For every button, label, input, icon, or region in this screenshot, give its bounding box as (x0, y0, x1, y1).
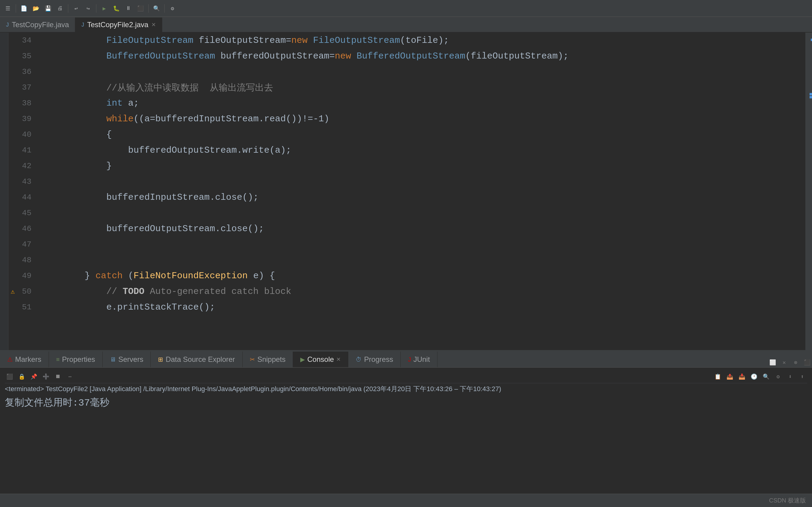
console-filter-btn[interactable]: 🔍 (761, 372, 771, 382)
toolbar-undo-icon[interactable]: ↩ (71, 3, 82, 14)
toolbar-debug-icon[interactable]: 🐛 (111, 3, 122, 14)
editor-left-gutter (0, 33, 8, 350)
console-import-btn[interactable]: 📥 (737, 372, 747, 382)
bottom-tab-markers[interactable]: ⚠ Markers (0, 351, 49, 367)
editor-tabbar: J TestCopyFile.java J TestCopyFile2.java… (0, 17, 812, 33)
bottom-tab-servers[interactable]: 🖥 Servers (103, 351, 151, 367)
markers-label: Markers (15, 355, 41, 363)
console-content: ⬛ 🔒 📌 ➕ ⏹ ⋯ 📋 📤 📥 🕐 🔍 ⚙ ⬇ ⬆ <terminated>… (0, 368, 812, 507)
line-num-42: 42 (8, 162, 39, 170)
line-num-45: 45 (8, 209, 39, 218)
toolbar-redo-icon[interactable]: ↪ (83, 3, 94, 14)
console-stop-btn[interactable]: ⏹ (53, 372, 63, 382)
code-line-50: ⚠ 50 // TODO Auto-generated catch block (8, 284, 805, 299)
toolbar-search-icon[interactable]: 🔍 (151, 3, 162, 14)
console-clear-btn[interactable]: ⬛ (5, 372, 14, 382)
editor-area: 34 FileOutputStream fileOutputStream=new… (0, 33, 812, 350)
status-bar-right-text: CSDN 极速版 (769, 496, 806, 505)
code-line-51: 51 e.printStackTrace(); (8, 299, 805, 315)
code-line-49: 49 } catch (FileNotFoundException e) { (8, 268, 805, 284)
line-content-40: { (39, 129, 805, 140)
toolbar-sep-5 (164, 4, 165, 13)
console-copy-btn[interactable]: 📋 (713, 372, 723, 382)
code-line-46: 46 bufferedOutputStream.close(); (8, 221, 805, 237)
toolbar-open-icon[interactable]: 📂 (31, 3, 41, 14)
toolbar-print-icon[interactable]: 🖨 (55, 3, 65, 14)
panel-close-btn[interactable]: ✕ (779, 357, 789, 367)
line-num-40: 40 (8, 130, 39, 139)
tab-testcopyfile2-label: TestCopyFile2.java (87, 20, 148, 29)
line-num-35: 35 (8, 52, 39, 61)
code-line-45: 45 (8, 205, 805, 221)
console-history-btn[interactable]: 🕐 (749, 372, 759, 382)
markers-icon: ⚠ (7, 356, 13, 363)
code-line-38: 38 int a; (8, 95, 805, 111)
code-line-41: 41 bufferedOutputStream.write(a); (8, 143, 805, 158)
console-new-btn[interactable]: ➕ (41, 372, 51, 382)
line-num-47: 47 (8, 240, 39, 249)
line-num-36: 36 (8, 67, 39, 76)
toolbar-run-icon[interactable]: ▶ (99, 3, 110, 14)
code-editor[interactable]: 34 FileOutputStream fileOutputStream=new… (8, 33, 805, 350)
code-line-36: 36 (8, 64, 805, 80)
panel-menu-btn[interactable]: ⊗ (791, 357, 801, 367)
console-right-icons: 📋 📤 📥 🕐 🔍 ⚙ ⬇ ⬆ (713, 372, 807, 382)
bottom-tab-progress[interactable]: ⏱ Progress (348, 351, 401, 367)
bottom-tab-properties[interactable]: ≡ Properties (49, 351, 103, 367)
bottom-tab-datasource[interactable]: ⊞ Data Source Explorer (151, 351, 242, 367)
console-tab-close-icon[interactable]: ✕ (336, 356, 341, 363)
servers-icon: 🖥 (110, 356, 116, 363)
console-icon: ▶ (300, 356, 305, 363)
code-line-37: 37 //从输入流中读取数据 从输出流写出去 (8, 80, 805, 95)
line-num-49: 49 (8, 271, 39, 280)
junit-icon: J (408, 356, 411, 363)
line-num-34: 34 (8, 36, 39, 45)
console-options-btn[interactable]: ⋯ (65, 372, 75, 382)
line-content-51: e.printStackTrace(); (39, 302, 805, 313)
line-content-35: BufferedOutputStream bufferedOutputStrea… (39, 51, 805, 61)
tab-testcopyfile2-close-icon[interactable]: ✕ (151, 21, 156, 28)
scroll-marker-3 (810, 96, 812, 98)
line-content-41: bufferedOutputStream.write(a); (39, 145, 805, 156)
code-line-48: 48 (8, 252, 805, 268)
line-content-34: FileOutputStream fileOutputStream=new Fi… (39, 35, 805, 46)
toolbar-settings-icon[interactable]: ⚙ (167, 3, 178, 14)
panel-minimize-btn[interactable]: ⬜ (768, 357, 777, 367)
console-terminated-line: <terminated> TestCopyFile2 [Java Applica… (5, 385, 807, 394)
bottom-tab-console[interactable]: ▶ Console ✕ (293, 351, 348, 367)
bottom-tab-snippets[interactable]: ✂ Snippets (243, 351, 293, 367)
datasource-label: Data Source Explorer (165, 355, 235, 363)
tab-testcopyfile[interactable]: J TestCopyFile.java (0, 17, 75, 32)
editor-scrollbar[interactable] (805, 33, 812, 350)
panel-maximize-btn[interactable]: ⬛ (802, 357, 812, 367)
tab-testcopyfile2[interactable]: J TestCopyFile2.java ✕ (75, 17, 162, 32)
junit-label: JUnit (413, 355, 430, 363)
code-line-40: 40 { (8, 127, 805, 143)
toolbar-pause-icon[interactable]: ⏸ (123, 3, 134, 14)
code-line-34: 34 FileOutputStream fileOutputStream=new… (8, 33, 805, 48)
bottom-panel: ⚠ Markers ≡ Properties 🖥 Servers ⊞ Data … (0, 350, 812, 507)
bottom-tab-junit[interactable]: J JUnit (401, 351, 438, 367)
tab-testcopyfile-icon: J (6, 22, 9, 28)
code-line-35: 35 BufferedOutputStream bufferedOutputSt… (8, 48, 805, 64)
console-pin-btn[interactable]: 📌 (29, 372, 39, 382)
scroll-marker-2 (810, 93, 812, 95)
toolbar-menu-icon[interactable]: ☰ (2, 3, 13, 14)
servers-label: Servers (118, 355, 144, 363)
line-num-38: 38 (8, 99, 39, 108)
scroll-marker-1 (811, 39, 812, 41)
toolbar-sep-4 (148, 4, 149, 13)
console-scroll-lock-btn[interactable]: 🔒 (17, 372, 27, 382)
properties-icon: ≡ (56, 356, 60, 363)
console-collapse-btn[interactable]: ⬇ (785, 372, 795, 382)
console-export-btn[interactable]: 📤 (725, 372, 735, 382)
line-num-39: 39 (8, 114, 39, 123)
toolbar-stop-icon[interactable]: ⬛ (135, 3, 146, 14)
line-content-46: bufferedOutputStream.close(); (39, 224, 805, 234)
properties-label: Properties (62, 355, 95, 363)
toolbar-save-icon[interactable]: 💾 (43, 3, 53, 14)
line-content-42: } (39, 161, 805, 171)
toolbar-new-icon[interactable]: 📄 (18, 3, 29, 14)
console-settings-btn[interactable]: ⚙ (773, 372, 783, 382)
console-maximize2-btn[interactable]: ⬆ (798, 372, 807, 382)
